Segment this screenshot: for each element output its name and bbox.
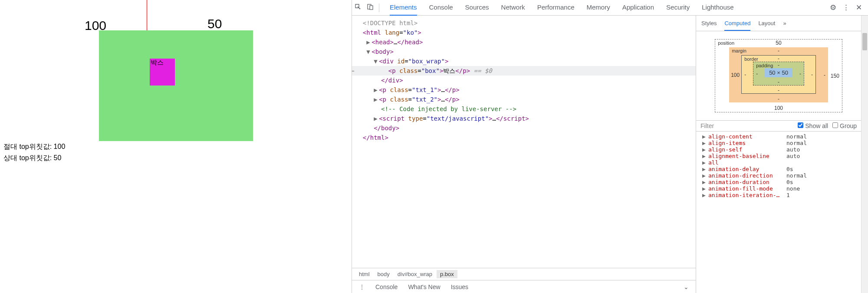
text-absolute-top: 절대 top위칫값: 100 [3, 142, 65, 151]
tab-sources[interactable]: Sources [465, 0, 489, 16]
group-checkbox[interactable]: Group [832, 122, 857, 129]
box-model-diagram[interactable]: position 50 100 150 margin - - 100 - bor… [696, 31, 861, 120]
styles-tab-styles[interactable]: Styles [701, 18, 717, 31]
selected-dom-node[interactable]: <p class="box">박스</p> == $0 [352, 66, 696, 76]
crumb-pbox[interactable]: p.box [437, 270, 457, 278]
devtools-panel: Elements Console Sources Network Perform… [352, 0, 868, 293]
styles-tab-more-icon[interactable]: » [783, 18, 786, 31]
tab-elements[interactable]: Elements [390, 0, 417, 16]
drawer-tabs: ⋮ Console What's New Issues ⌄ [352, 280, 696, 293]
tab-console[interactable]: Console [429, 0, 453, 16]
tab-lighthouse[interactable]: Lighthouse [702, 0, 733, 16]
label-relative-top: 50 [207, 16, 222, 31]
box-element: 박스 [150, 59, 175, 86]
kebab-icon[interactable]: ⋮ [842, 3, 850, 12]
tab-network[interactable]: Network [501, 0, 525, 16]
gear-icon[interactable]: ⚙ [830, 3, 836, 12]
text-relative-top: 상대 top위칫값: 50 [3, 154, 61, 163]
drawer-tab-console[interactable]: Console [375, 283, 398, 290]
devtools-toolbar: Elements Console Sources Network Perform… [352, 0, 868, 16]
dom-tree[interactable]: <!DOCTYPE html> <html lang="ko"> ▶<head>… [352, 16, 696, 268]
drawer-tab-whatsnew[interactable]: What's New [408, 283, 440, 290]
styles-tab-computed[interactable]: Computed [724, 18, 750, 31]
dom-breadcrumb[interactable]: html body div#box_wrap p.box [352, 268, 696, 280]
box-model-content: 50 × 50 [765, 68, 792, 77]
box-wrap [99, 30, 253, 141]
styles-sidebar: Styles Computed Layout » position 50 100… [696, 16, 861, 293]
devtools-tabs: Elements Console Sources Network Perform… [382, 0, 824, 16]
crumb-boxwrap[interactable]: div#box_wrap [394, 270, 436, 278]
device-toggle-icon[interactable] [364, 3, 376, 12]
rendered-page: 100 50 박스 절대 top위칫값: 100 상대 top위칫값: 50 [0, 0, 352, 293]
tab-memory[interactable]: Memory [587, 0, 610, 16]
close-icon[interactable]: ✕ [856, 3, 862, 12]
tab-application[interactable]: Application [622, 0, 654, 16]
drawer-collapse-icon[interactable]: ⌄ [684, 283, 689, 290]
scrollbar[interactable] [861, 16, 868, 293]
drawer-menu-icon[interactable]: ⋮ [359, 283, 365, 290]
computed-properties-list[interactable]: ▶align-contentnormal ▶align-itemsnormal … [696, 132, 861, 293]
tab-security[interactable]: Security [666, 0, 690, 16]
filter-input[interactable]: Filter [700, 122, 714, 129]
crumb-body[interactable]: body [374, 270, 393, 278]
show-all-checkbox[interactable]: Show all [798, 122, 828, 129]
crumb-html[interactable]: html [355, 270, 373, 278]
svg-rect-1 [370, 6, 373, 10]
tab-performance[interactable]: Performance [537, 0, 575, 16]
drawer-tab-issues[interactable]: Issues [451, 283, 468, 290]
inspect-icon[interactable] [352, 3, 364, 12]
styles-tab-layout[interactable]: Layout [758, 18, 775, 31]
